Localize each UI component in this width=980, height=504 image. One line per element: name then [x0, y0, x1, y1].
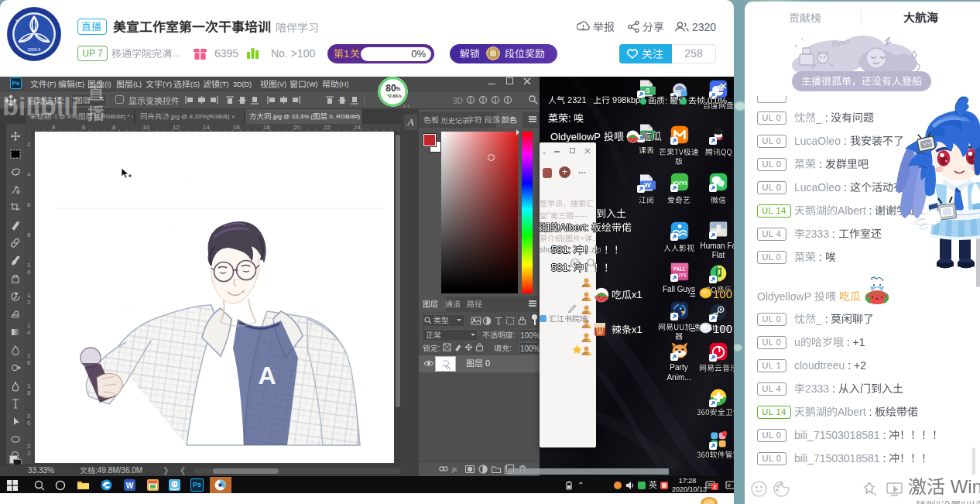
svg-text:80: 80	[385, 83, 396, 94]
svg-text:A: A	[258, 362, 276, 389]
svg-text:2000.6: 2000.6	[28, 47, 41, 52]
svg-text:W: W	[126, 482, 134, 490]
svg-text:W: W	[644, 181, 651, 189]
svg-text:2.8K/s: 2.8K/s	[389, 94, 402, 98]
svg-text:fx: fx	[452, 465, 457, 473]
svg-text:FALL: FALL	[673, 266, 686, 272]
svg-text:S: S	[646, 87, 650, 94]
svg-text:%: %	[396, 86, 400, 91]
